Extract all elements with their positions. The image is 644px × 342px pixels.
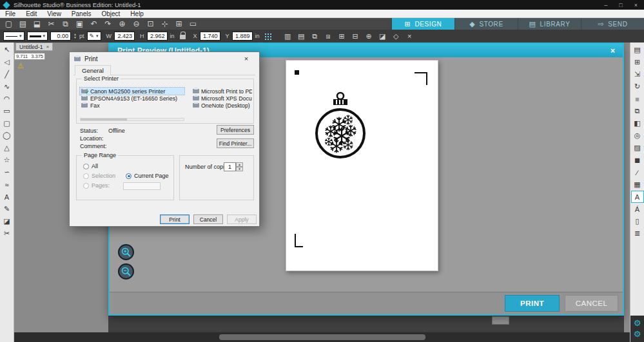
- trace-panel-icon[interactable]: ▨: [632, 142, 643, 153]
- y-position-input[interactable]: 1.889: [232, 32, 253, 41]
- print-preview-close-icon[interactable]: ×: [610, 46, 615, 55]
- copies-down-icon[interactable]: ▼: [236, 167, 243, 171]
- text-style-panel-icon[interactable]: A: [632, 191, 643, 202]
- maximize-button[interactable]: □: [619, 2, 622, 8]
- clear-icon[interactable]: ×: [404, 31, 415, 41]
- corner-style-select[interactable]: ✎ ▾: [87, 32, 101, 41]
- copies-input[interactable]: 1: [224, 162, 236, 171]
- cut-icon[interactable]: ✂: [45, 19, 57, 29]
- tab-library[interactable]: ▤ LIBRARY: [518, 18, 581, 30]
- arc-tool-icon[interactable]: ◠: [1, 93, 13, 104]
- rounded-rectangle-tool-icon[interactable]: ▢: [1, 118, 13, 129]
- pan-icon[interactable]: ⊹: [159, 19, 171, 29]
- printer-item-pdf[interactable]: Microsoft Print to PDF: [191, 88, 252, 95]
- modify-panel-icon[interactable]: ◧: [632, 118, 643, 129]
- width-input[interactable]: 2.423: [114, 32, 135, 41]
- x-position-input[interactable]: 1.740: [200, 32, 220, 41]
- preferences-button[interactable]: Preferences: [217, 125, 254, 135]
- character-panel-icon[interactable]: Á: [632, 204, 643, 214]
- shadow-icon[interactable]: ◪: [377, 31, 388, 41]
- line-tool-icon[interactable]: ╱: [1, 69, 13, 80]
- curve-tool-icon[interactable]: ∿: [1, 81, 13, 92]
- menu-item[interactable]: Object: [96, 10, 125, 17]
- text-tool-icon[interactable]: A: [1, 191, 13, 202]
- freehand-tool-icon[interactable]: ∽: [1, 167, 13, 178]
- paste-icon[interactable]: ▣: [73, 19, 86, 29]
- tab-store[interactable]: ◆ STORE: [454, 18, 518, 30]
- zoom-selection-icon[interactable]: ⊡: [144, 19, 157, 29]
- find-printer-button[interactable]: Find Printer...: [217, 138, 254, 148]
- menu-item[interactable]: View: [42, 10, 66, 17]
- aspect-lock-icon[interactable]: [180, 35, 186, 39]
- bring-forward-icon[interactable]: ⧉: [309, 31, 320, 41]
- print-confirm-button[interactable]: PRINT: [505, 295, 560, 312]
- scroll-corner-box[interactable]: [492, 316, 509, 325]
- full-screen-icon[interactable]: ▭: [187, 19, 199, 29]
- replicate-panel-icon[interactable]: ⧉: [632, 106, 643, 117]
- menu-item[interactable]: Panels: [66, 10, 97, 17]
- align-icon[interactable]: ▥: [282, 31, 293, 41]
- dialog-print-button[interactable]: Print: [160, 214, 190, 224]
- send-backward-icon[interactable]: ⧈: [323, 31, 334, 41]
- copies-up-icon[interactable]: ▲: [236, 162, 243, 167]
- dialog-cancel-button[interactable]: Cancel: [193, 214, 223, 224]
- star-tool-icon[interactable]: ☆: [1, 155, 13, 166]
- rectangle-tool-icon[interactable]: ▭: [1, 106, 13, 117]
- line-weight-select[interactable]: ▾: [27, 32, 48, 41]
- fit-to-window-icon[interactable]: ⊞: [173, 19, 185, 29]
- fill-pattern-panel-icon[interactable]: ▦: [632, 179, 643, 190]
- horizontal-scrollbar[interactable]: [14, 332, 630, 342]
- print-cancel-button[interactable]: CANCEL: [565, 295, 618, 312]
- menu-item[interactable]: Edit: [21, 10, 42, 17]
- minimize-button[interactable]: –: [604, 2, 607, 8]
- transform-panel-icon[interactable]: ⊞: [632, 57, 643, 68]
- select-tool-icon[interactable]: ↖: [1, 44, 13, 55]
- radio-current-page[interactable]: [126, 173, 132, 179]
- layers-panel-icon[interactable]: ≣: [632, 228, 643, 239]
- open-file-icon[interactable]: ▤: [17, 19, 29, 29]
- fill-color-panel-icon[interactable]: ◼: [632, 155, 643, 166]
- zoom-out-icon[interactable]: ⊖: [130, 19, 142, 29]
- stroke-width-input[interactable]: 0.00: [50, 32, 71, 41]
- printer-item-canon[interactable]: ✓ Canon MG2500 series Printer: [80, 88, 184, 95]
- knife-tool-icon[interactable]: ✂: [1, 228, 13, 239]
- printer-item-onenote[interactable]: OneNote (Desktop): [191, 102, 252, 109]
- dialog-close-icon[interactable]: ×: [238, 55, 255, 62]
- printer-list-scrollbar[interactable]: [80, 118, 184, 121]
- align-panel-icon[interactable]: ≡: [632, 93, 643, 104]
- printer-list-scrollbar-thumb[interactable]: [81, 119, 127, 120]
- smooth-freehand-tool-icon[interactable]: ≈: [1, 179, 13, 190]
- page-range-all[interactable]: All: [83, 163, 98, 169]
- height-input[interactable]: 2.962: [147, 32, 168, 41]
- edit-points-tool-icon[interactable]: ◁: [1, 57, 13, 68]
- zoom-in-icon[interactable]: ⊕: [116, 19, 128, 29]
- 3d-view-icon[interactable]: ◇: [391, 31, 402, 41]
- ungroup-icon[interactable]: ⊟: [350, 31, 361, 41]
- distribute-icon[interactable]: ▤: [296, 31, 307, 41]
- ellipse-tool-icon[interactable]: ◯: [1, 130, 13, 141]
- radio-all[interactable]: [83, 164, 89, 169]
- printer-item-fax[interactable]: Fax: [80, 102, 184, 109]
- page-range-current-page[interactable]: Current Page: [126, 173, 169, 179]
- copy-icon[interactable]: ⧉: [59, 19, 72, 29]
- document-tab[interactable]: Untitled-1 ×: [15, 43, 53, 51]
- snap-grid-icon[interactable]: [264, 33, 271, 40]
- menu-item[interactable]: File: [0, 10, 21, 17]
- printer-item-xps[interactable]: Microsoft XPS Docum: [191, 95, 252, 102]
- redo-icon[interactable]: ↷: [102, 19, 114, 29]
- tab-close-icon[interactable]: ×: [46, 44, 49, 50]
- eraser-tool-icon[interactable]: ◪: [1, 216, 13, 227]
- scale-panel-icon[interactable]: ⇲: [632, 69, 643, 80]
- preferences-gear-icon[interactable]: ⚙: [634, 330, 641, 338]
- settings-gear-icon[interactable]: ⚙: [634, 319, 641, 327]
- offset-panel-icon[interactable]: ◎: [632, 130, 643, 141]
- dimension-panel-icon[interactable]: ▯: [632, 216, 643, 227]
- weld-icon[interactable]: ⊕: [364, 31, 375, 41]
- undo-icon[interactable]: ↶: [88, 19, 100, 29]
- page-setup-panel-icon[interactable]: ▤: [632, 44, 643, 55]
- polygon-tool-icon[interactable]: △: [1, 142, 13, 153]
- note-tool-icon[interactable]: ✎: [1, 204, 13, 214]
- line-style-panel-icon[interactable]: ∕: [632, 167, 643, 178]
- tab-design[interactable]: ⊞ DESIGN: [391, 18, 454, 30]
- save-icon[interactable]: ⬓: [31, 19, 43, 29]
